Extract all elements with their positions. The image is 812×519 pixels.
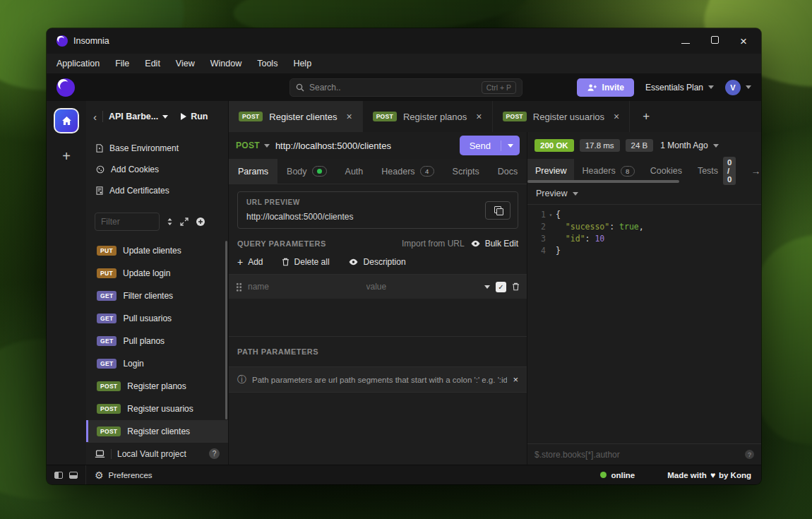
plan-dropdown[interactable]: Essentials Plan bbox=[645, 83, 714, 93]
tab-tests[interactable]: Tests 0 / 0 bbox=[690, 159, 744, 183]
request-item[interactable]: PUT Update login bbox=[86, 262, 228, 285]
url-preview-value: http://localhost:5000/clientes bbox=[246, 212, 509, 222]
sidebar-item-add-cookies[interactable]: Add Cookies bbox=[86, 159, 228, 180]
request-item[interactable]: GET Pull planos bbox=[86, 330, 228, 352]
add-request-icon[interactable] bbox=[196, 217, 205, 227]
tab-auth[interactable]: Auth bbox=[336, 159, 373, 184]
preview-mode-dropdown[interactable]: Preview bbox=[527, 183, 761, 205]
menu-application[interactable]: Application bbox=[56, 59, 100, 68]
tab-register-usuarios[interactable]: POST Register usuarios × bbox=[493, 101, 631, 132]
new-project-button[interactable]: + bbox=[62, 149, 71, 163]
tests-count-badge: 0 / 0 bbox=[723, 157, 736, 185]
filter-input[interactable] bbox=[95, 213, 160, 231]
tab-cookies[interactable]: Cookies bbox=[643, 159, 690, 183]
online-dot-icon bbox=[600, 472, 607, 478]
menu-window[interactable]: Window bbox=[210, 59, 241, 68]
param-options-icon[interactable] bbox=[484, 285, 490, 289]
response-headers-count-badge: 8 bbox=[621, 166, 635, 177]
request-item[interactable]: GET Login bbox=[86, 352, 228, 375]
close-button[interactable]: × bbox=[740, 35, 747, 47]
url-input[interactable]: http://localhost:5000/clientes bbox=[275, 141, 454, 151]
gear-icon: ⚙ bbox=[95, 470, 104, 481]
drag-handle-icon[interactable] bbox=[236, 282, 242, 292]
request-item[interactable]: GET Pull usuarios bbox=[86, 307, 228, 330]
help-icon[interactable]: ? bbox=[209, 448, 220, 459]
menu-tools[interactable]: Tools bbox=[257, 59, 277, 68]
copy-url-button[interactable] bbox=[485, 201, 511, 220]
new-tab-button[interactable]: + bbox=[630, 101, 662, 132]
preferences-button[interactable]: ⚙ Preferences bbox=[86, 470, 153, 481]
delete-param-icon[interactable] bbox=[512, 282, 520, 291]
tab-headers[interactable]: Headers 4 bbox=[372, 159, 443, 184]
request-item[interactable]: PUT Update clientes bbox=[86, 239, 228, 262]
search-shortcut-badge: Ctrl + P bbox=[482, 81, 516, 94]
toggle-panel-icon[interactable] bbox=[69, 472, 78, 479]
response-pane: 200 OK 17.8 ms 24 B 1 Month Ago Preview … bbox=[527, 132, 761, 465]
add-parameter-button[interactable]: + Add bbox=[237, 257, 263, 267]
sidebar-scrollbar[interactable] bbox=[225, 241, 227, 419]
request-item[interactable]: GET Filter clientes bbox=[86, 285, 228, 307]
dismiss-banner-icon[interactable]: × bbox=[513, 374, 518, 385]
maximize-button[interactable] bbox=[711, 36, 719, 46]
horizontal-scrollbar[interactable] bbox=[527, 180, 679, 183]
menu-edit[interactable]: Edit bbox=[145, 59, 160, 68]
method-dropdown[interactable]: POST bbox=[236, 141, 270, 150]
delete-all-button[interactable]: Delete all bbox=[282, 257, 330, 267]
workspace-dropdown[interactable]: API Barbe... bbox=[109, 112, 168, 121]
fold-icon[interactable]: ▾ bbox=[546, 209, 556, 221]
param-name-input[interactable] bbox=[248, 282, 361, 292]
account-dropdown[interactable]: V bbox=[725, 80, 751, 95]
eye-icon bbox=[348, 258, 359, 266]
chevron-down-icon bbox=[713, 144, 719, 148]
response-body[interactable]: 1▾{ 2 "sucesso": true, 3 "id": 10 4} bbox=[527, 205, 761, 443]
tab-register-clientes[interactable]: POST Register clientes × bbox=[229, 101, 363, 132]
minimize-button[interactable] bbox=[681, 36, 690, 46]
response-filter-input[interactable] bbox=[535, 450, 739, 460]
param-enabled-checkbox[interactable]: ✓ bbox=[496, 282, 506, 292]
response-status-row: 200 OK 17.8 ms 24 B 1 Month Ago bbox=[527, 132, 761, 159]
method-badge: POST bbox=[503, 112, 527, 121]
request-item[interactable]: POST Register usuarios bbox=[86, 398, 228, 420]
menu-help[interactable]: Help bbox=[293, 59, 311, 68]
run-button[interactable]: Run bbox=[181, 112, 208, 121]
close-tab-icon[interactable]: × bbox=[476, 111, 482, 122]
search-input[interactable] bbox=[309, 83, 477, 93]
sidebar-item-base-environment[interactable]: Base Environment bbox=[86, 138, 228, 159]
menu-view[interactable]: View bbox=[176, 59, 195, 68]
close-tab-icon[interactable]: × bbox=[614, 111, 619, 122]
tab-params[interactable]: Params bbox=[229, 159, 277, 184]
sidebar-item-add-certificates[interactable]: Add Certificates bbox=[86, 180, 228, 201]
close-tab-icon[interactable]: × bbox=[346, 111, 352, 122]
expand-icon[interactable] bbox=[180, 217, 189, 226]
tab-body[interactable]: Body bbox=[277, 159, 336, 184]
sort-icon[interactable] bbox=[167, 217, 173, 226]
tab-preview[interactable]: Preview bbox=[527, 159, 574, 183]
description-button[interactable]: Description bbox=[348, 257, 406, 267]
bulk-edit-toggle[interactable]: Bulk Edit bbox=[470, 239, 518, 249]
home-button[interactable] bbox=[54, 108, 79, 133]
scroll-tabs-right-icon[interactable]: → bbox=[744, 159, 761, 183]
tab-docs[interactable]: Docs bbox=[489, 159, 527, 184]
param-value-input[interactable] bbox=[366, 282, 479, 292]
heart-icon: ♥ bbox=[710, 470, 715, 480]
filter-help-icon[interactable]: ? bbox=[745, 450, 754, 459]
history-dropdown[interactable]: 1 Month Ago bbox=[660, 141, 718, 150]
toggle-sidebar-icon[interactable] bbox=[54, 472, 63, 479]
menu-bar: Application File Edit View Window Tools … bbox=[47, 54, 761, 73]
send-button[interactable]: Send bbox=[460, 136, 520, 155]
path-parameters-info-banner: ⓘ Path parameters are url path segments … bbox=[229, 367, 527, 393]
request-item-selected[interactable]: POST Register clientes bbox=[86, 420, 228, 442]
menu-file[interactable]: File bbox=[115, 59, 129, 68]
send-options-icon[interactable] bbox=[501, 144, 520, 148]
tab-scripts[interactable]: Scripts bbox=[443, 159, 489, 184]
search-box[interactable]: Ctrl + P bbox=[289, 78, 523, 97]
project-row[interactable]: Local Vault project ? bbox=[86, 442, 228, 465]
query-parameter-row: ✓ bbox=[229, 275, 527, 299]
trash-icon bbox=[282, 258, 289, 266]
invite-button[interactable]: Invite bbox=[577, 78, 634, 97]
tab-register-planos[interactable]: POST Register planos × bbox=[363, 101, 493, 132]
import-from-url-button[interactable]: Import from URL bbox=[402, 239, 465, 249]
tab-response-headers[interactable]: Headers 8 bbox=[574, 159, 642, 183]
request-item[interactable]: POST Register planos bbox=[86, 375, 228, 398]
back-chevron-icon[interactable]: ‹ bbox=[93, 111, 97, 123]
